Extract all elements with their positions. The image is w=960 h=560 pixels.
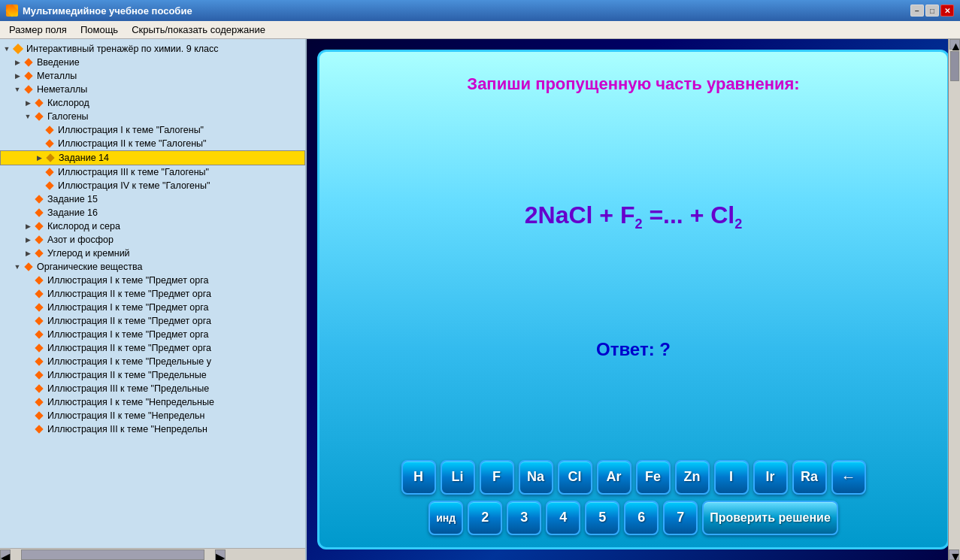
btn-Na[interactable]: Na <box>519 460 553 495</box>
btn-backspace[interactable]: ← <box>831 460 866 495</box>
content-vertical-scrollbar[interactable]: ▲ ▼ <box>948 39 960 560</box>
tree-icon-ill2-org3 <box>33 342 45 354</box>
tree-item-oxygen-sulfur[interactable]: ▶ Кислород и сера <box>0 219 305 233</box>
tree-icon-ill1-halogens <box>44 124 56 136</box>
expand-metals[interactable]: ▶ <box>12 71 23 81</box>
btn-4[interactable]: 4 <box>546 501 580 535</box>
tree-label-ill2-nonlimit: Иллюстрация II к теме "Непредельн <box>47 410 304 421</box>
tree-icon-task16 <box>33 207 45 219</box>
btn-Ar[interactable]: Ar <box>597 460 631 495</box>
btn-6[interactable]: 6 <box>624 501 659 535</box>
btn-Fe[interactable]: Fe <box>636 460 671 495</box>
tree-item-root[interactable]: ▼ Интерактивный тренажёр по химии. 9 кла… <box>0 42 305 56</box>
tree-label-task15: Задание 15 <box>47 194 304 204</box>
close-button[interactable]: ✕ <box>940 5 954 17</box>
btn-I[interactable]: I <box>714 460 749 495</box>
tree-icon-ill3-limit <box>33 383 45 395</box>
tree-item-task16[interactable]: Задание 16 <box>0 206 305 219</box>
tree-item-ill1-halogens[interactable]: Иллюстрация I к теме "Галогены" <box>0 123 305 137</box>
tree-item-ill1-org1[interactable]: Иллюстрация I к теме "Предмет орга <box>0 274 305 287</box>
hscroll-left-btn[interactable]: ◀ <box>0 549 11 560</box>
tree-item-task15[interactable]: Задание 15 <box>0 192 305 206</box>
tree-icon-oxygen <box>33 97 45 109</box>
expand-ill3-limit <box>23 383 33 394</box>
expand-task14[interactable]: ▶ <box>34 153 44 163</box>
expand-ill1-halogens <box>33 125 44 135</box>
tree-item-ill2-nonlimit[interactable]: Иллюстрация II к теме "Непредельн <box>0 409 305 422</box>
btn-H[interactable]: H <box>401 460 436 495</box>
tree-item-carbon[interactable]: ▶ Углерод и кремний <box>0 247 305 260</box>
tree-icon-organic <box>23 261 35 273</box>
btn-3[interactable]: 3 <box>507 501 541 535</box>
tree-item-ill1-org3[interactable]: Иллюстрация I к теме "Предмет орга <box>0 328 305 341</box>
tree-item-ill2-limit[interactable]: Иллюстрация II к теме "Предельные <box>0 368 305 382</box>
btn-Zn[interactable]: Zn <box>675 460 710 495</box>
btn-ind[interactable]: инд <box>429 501 463 535</box>
btn-Ra[interactable]: Ra <box>792 460 827 495</box>
expand-halogens[interactable]: ▼ <box>23 111 33 122</box>
app-icon <box>6 5 18 17</box>
tree-item-ill3-limit[interactable]: Иллюстрация III к теме "Предельные <box>0 382 305 395</box>
expand-nonmetals[interactable]: ▼ <box>12 84 23 95</box>
app-title: Мультимедийное учебное пособие <box>23 5 906 17</box>
menu-field-size[interactable]: Размер поля <box>3 23 73 37</box>
expand-carbon[interactable]: ▶ <box>23 248 33 259</box>
tree-label-nitrogen: Азот и фосфор <box>47 235 304 245</box>
tree-item-intro[interactable]: ▶ Введение <box>0 56 305 69</box>
maximize-button[interactable]: □ <box>925 5 939 17</box>
expand-oxygen-sulfur[interactable]: ▶ <box>23 221 33 232</box>
tree-item-ill1-org2[interactable]: Иллюстрация I к теме "Предмет орга <box>0 301 305 314</box>
expand-root[interactable]: ▼ <box>2 44 12 54</box>
tree-item-organic[interactable]: ▼ Органические вещества <box>0 260 305 274</box>
tree-item-oxygen[interactable]: ▶ Кислород <box>0 96 305 110</box>
btn-7[interactable]: 7 <box>663 501 698 535</box>
btn-F[interactable]: F <box>480 460 514 495</box>
expand-nitrogen[interactable]: ▶ <box>23 235 33 245</box>
tree-label-ill1-halogens: Иллюстрация I к теме "Галогены" <box>58 125 304 135</box>
expand-ill1-org1 <box>23 275 33 286</box>
vscroll-down-btn[interactable]: ▼ <box>949 549 959 560</box>
vscroll-up-btn[interactable]: ▲ <box>949 39 960 50</box>
tree-item-ill4-halogens[interactable]: Иллюстрация IV к теме "Галогены" <box>0 179 305 192</box>
tree-item-nitrogen[interactable]: ▶ Азот и фосфор <box>0 233 305 247</box>
btn-Ir[interactable]: Ir <box>753 460 788 495</box>
tree-item-halogens[interactable]: ▼ Галогены <box>0 110 305 123</box>
expand-task16 <box>23 207 33 218</box>
vscroll-thumb[interactable] <box>950 51 959 81</box>
tree-item-ill3-halogens[interactable]: Иллюстрация III к теме "Галогены" <box>0 165 305 179</box>
menu-toggle-content[interactable]: Скрыть/показать содержание <box>126 23 271 37</box>
titlebar: Мультимедийное учебное пособие − □ ✕ <box>0 0 960 21</box>
check-solution-button[interactable]: Проверить решение <box>702 501 838 535</box>
expand-ill3-halogens <box>33 167 44 177</box>
tree-label-ill2-halogens: Иллюстрация II к теме "Галогены" <box>58 138 304 149</box>
menu-help[interactable]: Помощь <box>74 23 124 37</box>
tree-item-ill1-limit[interactable]: Иллюстрация I к теме "Предельные у <box>0 355 305 368</box>
tree-item-ill2-org1[interactable]: Иллюстрация II к теме "Предмет орга <box>0 287 305 301</box>
tree-item-ill2-org2[interactable]: Иллюстрация II к теме "Предмет орга <box>0 314 305 328</box>
tree-icon-ill2-limit <box>33 369 45 381</box>
tree-container[interactable]: ▼ Интерактивный тренажёр по химии. 9 кла… <box>0 39 305 548</box>
tree-item-nonmetals[interactable]: ▼ Неметаллы <box>0 83 305 96</box>
expand-task15 <box>23 194 33 204</box>
btn-Li[interactable]: Li <box>441 460 475 495</box>
hscroll-thumb[interactable] <box>21 549 204 560</box>
btn-2[interactable]: 2 <box>468 501 502 535</box>
expand-intro[interactable]: ▶ <box>12 57 23 68</box>
expand-oxygen[interactable]: ▶ <box>23 98 33 108</box>
tree-item-ill2-halogens[interactable]: Иллюстрация II к теме "Галогены" <box>0 137 305 150</box>
expand-organic[interactable]: ▼ <box>12 262 23 272</box>
hscroll-right-btn[interactable]: ▶ <box>215 549 226 560</box>
tree-item-ill3-nonlimit[interactable]: Иллюстрация III к теме "Непредельн <box>0 422 305 436</box>
tree-item-metals[interactable]: ▶ Металлы <box>0 69 305 83</box>
tree-item-ill1-nonlimit[interactable]: Иллюстрация I к теме "Непредельные <box>0 395 305 409</box>
sidebar-horizontal-scrollbar[interactable]: ◀ ▶ <box>0 548 305 560</box>
tree-label-ill3-nonlimit: Иллюстрация III к теме "Непредельн <box>47 424 304 434</box>
tree-item-task14[interactable]: ▶ Задание 14 <box>0 150 305 165</box>
tree-icon-ill1-org3 <box>33 328 45 341</box>
tree-item-ill2-org3[interactable]: Иллюстрация II к теме "Предмет орга <box>0 341 305 355</box>
expand-ill3-nonlimit <box>23 424 33 434</box>
minimize-button[interactable]: − <box>910 5 924 17</box>
btn-5[interactable]: 5 <box>585 501 619 535</box>
tree-label-oxygen-sulfur: Кислород и сера <box>47 221 304 232</box>
btn-Cl[interactable]: Cl <box>558 460 592 495</box>
